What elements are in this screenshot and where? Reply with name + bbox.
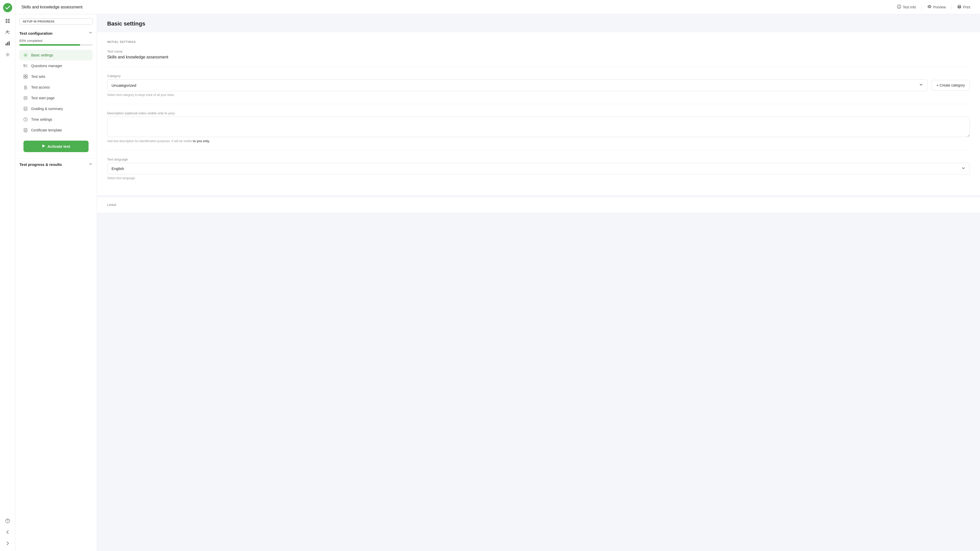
nav-item-questions-manager[interactable]: Questions manager	[19, 61, 93, 71]
header-divider-2	[951, 5, 952, 10]
svg-rect-4	[8, 21, 10, 23]
form-divider-3	[107, 150, 970, 150]
app-logo[interactable]	[3, 3, 12, 12]
svg-rect-3	[6, 21, 7, 23]
nav-item-grading-summary[interactable]: Grading & summary	[19, 104, 93, 114]
svg-marker-44	[42, 145, 45, 148]
expand-nav-icon[interactable]	[3, 539, 12, 548]
nav-item-certificate-template[interactable]: Certificate template	[19, 125, 93, 135]
setup-badge-text: SETUP IN PROGRESS	[19, 18, 93, 24]
main-wrapper: Skills and knowledge assessment Test inf…	[15, 0, 980, 551]
svg-point-15	[929, 6, 930, 7]
questions-manager-icon	[23, 63, 28, 68]
grading-summary-label: Grading & summary	[31, 107, 63, 111]
time-settings-label: Time settings	[31, 118, 52, 121]
category-dropdown[interactable]: Uncategorized	[107, 80, 928, 91]
svg-point-10	[7, 54, 8, 56]
print-icon	[957, 5, 961, 10]
top-header: Skills and knowledge assessment Test inf…	[15, 0, 980, 14]
description-textarea[interactable]	[107, 117, 970, 137]
svg-rect-33	[24, 97, 27, 100]
svg-rect-2	[8, 19, 10, 21]
print-label: Print	[963, 5, 970, 9]
preview-label: Preview	[933, 5, 946, 9]
settings-nav-icon[interactable]	[3, 50, 12, 59]
test-language-label: Test language	[107, 158, 970, 161]
nav-item-test-sets[interactable]: Test sets	[19, 71, 93, 82]
svg-point-18	[25, 54, 26, 56]
svg-rect-7	[6, 43, 6, 45]
category-helper-text: Select test category to keep track of al…	[107, 93, 970, 97]
chart-nav-icon[interactable]	[3, 39, 12, 48]
section-title: Basic settings	[97, 14, 980, 32]
nav-menu: Basic settings	[19, 49, 93, 137]
test-progress-title: Test progress & results	[19, 162, 62, 167]
svg-point-32	[25, 88, 26, 89]
svg-rect-35	[24, 107, 27, 110]
svg-rect-9	[9, 41, 10, 45]
create-category-button[interactable]: + Create category	[932, 80, 970, 91]
grading-summary-icon	[23, 106, 28, 111]
basic-settings-icon	[23, 53, 28, 58]
print-button[interactable]: Print	[954, 3, 974, 12]
certificate-template-icon	[23, 127, 28, 133]
right-content: Basic settings INITIAL SETTINGS Test nam…	[97, 14, 980, 551]
initial-settings-card: INITIAL SETTINGS Test name Skills and kn…	[97, 32, 980, 195]
config-section: Test configuration 83% completed	[15, 29, 97, 156]
logo-label: LOGO	[107, 204, 970, 207]
description-helper-bold: to you only.	[193, 139, 210, 143]
logo-section: LOGO	[97, 197, 980, 213]
help-nav-icon[interactable]	[3, 516, 12, 526]
header-actions: Test info Preview	[894, 3, 974, 12]
apps-nav-icon[interactable]	[3, 16, 12, 25]
svg-point-43	[25, 131, 26, 132]
back-nav-icon[interactable]	[3, 527, 12, 537]
activate-test-button[interactable]: Activate test	[24, 141, 89, 152]
header-divider-1	[921, 5, 922, 10]
initial-settings-label: INITIAL SETTINGS	[107, 40, 970, 43]
test-access-icon	[23, 85, 28, 90]
left-panel: SETUP IN PROGRESS Test configuration 83%…	[15, 14, 97, 551]
test-name-label: Test name	[107, 49, 970, 53]
svg-point-14	[899, 5, 899, 6]
preview-button[interactable]: Preview	[924, 3, 950, 12]
progress-bar-fill	[19, 44, 80, 46]
category-row: Uncategorized + Create category	[107, 80, 970, 91]
progress-label: 83% completed	[19, 39, 93, 43]
info-icon	[897, 5, 901, 10]
progress-bar-background	[19, 44, 93, 46]
activate-test-label: Activate test	[48, 144, 70, 148]
category-label: Category	[107, 74, 970, 78]
test-progress-header[interactable]: Test progress & results	[19, 158, 93, 170]
description-helper-normal: Add test description for identification …	[107, 139, 192, 143]
config-header[interactable]: Test configuration	[19, 29, 93, 38]
basic-settings-label: Basic settings	[31, 53, 53, 57]
test-progress-section: Test progress & results	[15, 158, 97, 175]
description-group: Description (optional notes visible only…	[107, 111, 970, 143]
nav-item-test-start-page[interactable]: Test start page	[19, 92, 93, 104]
category-chevron-icon	[919, 83, 923, 88]
svg-rect-8	[7, 42, 8, 45]
activate-play-icon	[42, 144, 45, 148]
svg-rect-1	[6, 19, 7, 21]
users-nav-icon[interactable]	[3, 27, 12, 37]
create-category-label: Create category	[939, 83, 965, 87]
setup-badge: SETUP IN PROGRESS	[19, 18, 93, 24]
form-divider-2	[107, 104, 970, 104]
language-dropdown[interactable]: English	[107, 163, 970, 174]
svg-rect-27	[24, 75, 25, 76]
config-chevron-icon	[89, 30, 93, 36]
test-info-button[interactable]: Test info	[894, 3, 920, 12]
nav-item-time-settings[interactable]: Time settings	[19, 114, 93, 125]
test-start-page-icon	[23, 96, 28, 100]
nav-item-basic-settings[interactable]: Basic settings	[19, 50, 93, 61]
svg-point-12	[7, 522, 8, 522]
language-group: Test language English Select test langua…	[107, 158, 970, 180]
svg-point-5	[6, 30, 8, 32]
nav-item-test-access[interactable]: Test access	[19, 82, 93, 92]
config-title: Test configuration	[19, 31, 52, 35]
questions-manager-label: Questions manager	[31, 64, 62, 68]
test-sets-icon	[23, 74, 28, 79]
test-info-label: Test info	[903, 5, 916, 9]
time-settings-icon	[23, 117, 28, 122]
